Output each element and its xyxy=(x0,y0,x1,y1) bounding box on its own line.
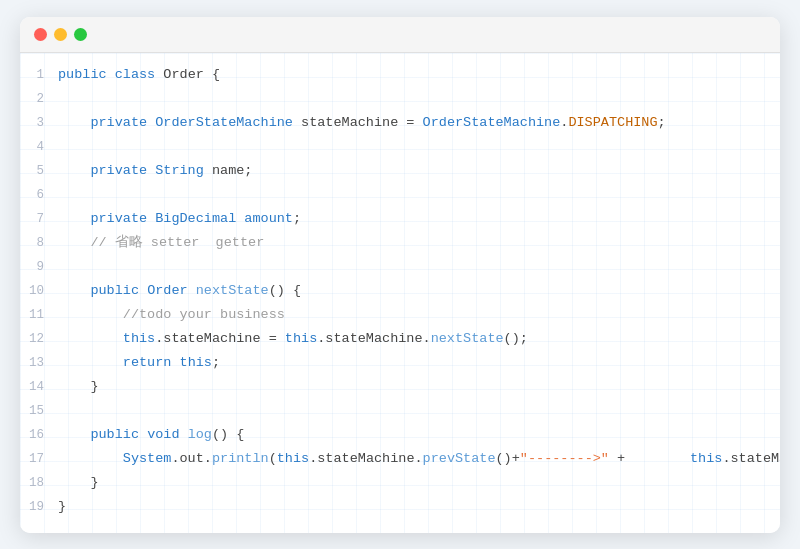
line-number: 16 xyxy=(20,423,58,447)
line-number: 6 xyxy=(20,183,58,207)
line-content: } xyxy=(58,375,780,399)
code-line: 18 } xyxy=(20,471,780,495)
line-number: 8 xyxy=(20,231,58,255)
line-content: } xyxy=(58,471,780,495)
code-line: 4 xyxy=(20,135,780,159)
code-line: 19} xyxy=(20,495,780,519)
line-number: 5 xyxy=(20,159,58,183)
line-content: public void log() { xyxy=(58,423,780,447)
line-number: 9 xyxy=(20,255,58,279)
line-content: private String name; xyxy=(58,159,780,183)
code-line: 16 public void log() { xyxy=(20,423,780,447)
line-number: 14 xyxy=(20,375,58,399)
titlebar xyxy=(20,17,780,53)
line-content: return this; xyxy=(58,351,780,375)
line-number: 17 xyxy=(20,447,58,471)
line-content xyxy=(58,183,780,207)
code-line: 13 return this; xyxy=(20,351,780,375)
line-number: 11 xyxy=(20,303,58,327)
code-line: 8 // 省略 setter getter xyxy=(20,231,780,255)
code-line: 12 this.stateMachine = this.stateMachine… xyxy=(20,327,780,351)
line-number: 7 xyxy=(20,207,58,231)
line-content: // 省略 setter getter xyxy=(58,231,780,255)
code-line: 2 xyxy=(20,87,780,111)
code-line: 6 xyxy=(20,183,780,207)
code-line: 1public class Order { xyxy=(20,63,780,87)
line-number: 4 xyxy=(20,135,58,159)
line-content: this.stateMachine = this.stateMachine.ne… xyxy=(58,327,780,351)
code-line: 10 public Order nextState() { xyxy=(20,279,780,303)
code-editor: 1public class Order {2 3 private OrderSt… xyxy=(20,53,780,533)
line-content: //todo your business xyxy=(58,303,780,327)
minimize-button[interactable] xyxy=(54,28,67,41)
line-content xyxy=(58,135,780,159)
line-number: 19 xyxy=(20,495,58,519)
line-number: 18 xyxy=(20,471,58,495)
line-number: 13 xyxy=(20,351,58,375)
code-line: 14 } xyxy=(20,375,780,399)
code-line: 15 xyxy=(20,399,780,423)
line-content xyxy=(58,87,780,111)
line-content xyxy=(58,255,780,279)
code-line: 7 private BigDecimal amount; xyxy=(20,207,780,231)
line-content: public class Order { xyxy=(58,63,780,87)
line-content: public Order nextState() { xyxy=(58,279,780,303)
line-number: 3 xyxy=(20,111,58,135)
code-line: 9 xyxy=(20,255,780,279)
line-content: private OrderStateMachine stateMachine =… xyxy=(58,111,780,135)
code-window: 1public class Order {2 3 private OrderSt… xyxy=(20,17,780,533)
line-number: 15 xyxy=(20,399,58,423)
line-content: } xyxy=(58,495,780,519)
line-content: System.out.println(this.stateMachine.pre… xyxy=(58,447,780,471)
code-line: 5 private String name; xyxy=(20,159,780,183)
maximize-button[interactable] xyxy=(74,28,87,41)
code-line: 17 System.out.println(this.stateMachine.… xyxy=(20,447,780,471)
line-number: 10 xyxy=(20,279,58,303)
close-button[interactable] xyxy=(34,28,47,41)
line-content xyxy=(58,399,780,423)
line-number: 1 xyxy=(20,63,58,87)
code-line: 3 private OrderStateMachine stateMachine… xyxy=(20,111,780,135)
line-content: private BigDecimal amount; xyxy=(58,207,780,231)
line-number: 12 xyxy=(20,327,58,351)
line-number: 2 xyxy=(20,87,58,111)
code-line: 11 //todo your business xyxy=(20,303,780,327)
